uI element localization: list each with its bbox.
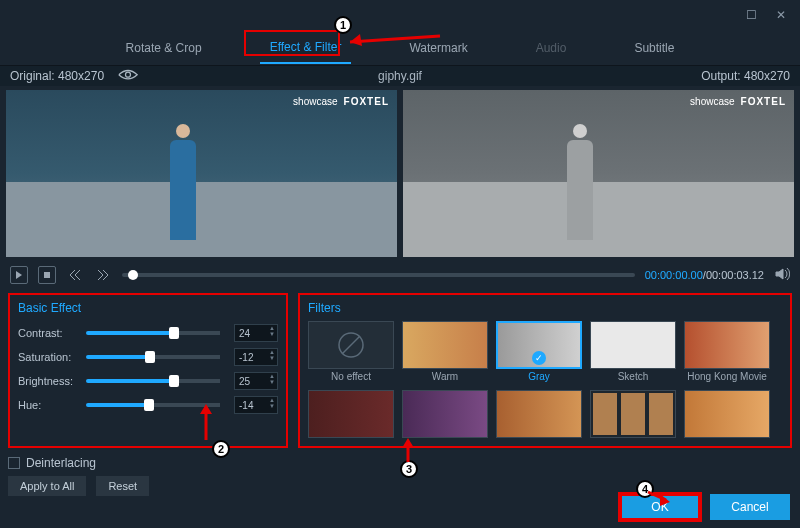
contrast-label: Contrast:: [18, 327, 80, 339]
maximize-button[interactable]: ☐: [744, 8, 758, 22]
apply-to-all-button[interactable]: Apply to All: [8, 476, 86, 496]
deinterlacing-label: Deinterlacing: [26, 456, 96, 470]
reset-button[interactable]: Reset: [96, 476, 149, 496]
filter-gray[interactable]: ✓Gray: [496, 321, 582, 382]
tab-rotate-crop[interactable]: Rotate & Crop: [116, 33, 212, 63]
preview-eye-icon[interactable]: [118, 68, 138, 84]
tab-effect-filter[interactable]: Effect & Filter: [260, 32, 352, 64]
svg-rect-1: [44, 272, 50, 278]
annotation-4: 4: [636, 480, 654, 498]
filter-item-6[interactable]: [308, 390, 394, 440]
time-display: 00:00:00.00/00:00:03.12: [645, 269, 764, 281]
saturation-label: Saturation:: [18, 351, 80, 363]
annotation-3: 3: [400, 460, 418, 478]
ok-button[interactable]: OK: [620, 494, 700, 520]
annotation-1: 1: [334, 16, 352, 34]
filter-warm[interactable]: Warm: [402, 321, 488, 382]
basic-effect-title: Basic Effect: [18, 301, 278, 315]
filters-title: Filters: [308, 301, 782, 315]
brightness-value[interactable]: 25▲▼: [234, 372, 278, 390]
brightness-label: Brightness:: [18, 375, 80, 387]
filter-hong-kong-movie[interactable]: Hong Kong Movie: [684, 321, 770, 382]
output-dimensions: Output: 480x270: [701, 69, 790, 83]
stop-button[interactable]: [38, 266, 56, 284]
original-preview: showcaseFOXTEL: [6, 90, 397, 257]
close-button[interactable]: ✕: [774, 8, 788, 22]
hue-label: Hue:: [18, 399, 80, 411]
basic-effect-panel: Basic Effect Contrast: 24▲▼ Saturation: …: [8, 293, 288, 448]
seek-slider[interactable]: [122, 273, 635, 277]
tab-audio: Audio: [526, 33, 577, 63]
cancel-button[interactable]: Cancel: [710, 494, 790, 520]
output-preview: showcaseFOXTEL: [403, 90, 794, 257]
original-dimensions: Original: 480x270: [10, 69, 104, 83]
volume-icon[interactable]: [774, 266, 790, 285]
titlebar: ☐ ✕: [0, 0, 800, 30]
saturation-slider[interactable]: [86, 355, 220, 359]
annotation-2: 2: [212, 440, 230, 458]
tab-watermark[interactable]: Watermark: [399, 33, 477, 63]
brightness-slider[interactable]: [86, 379, 220, 383]
preview-area: showcaseFOXTEL showcaseFOXTEL: [0, 86, 800, 261]
contrast-value[interactable]: 24▲▼: [234, 324, 278, 342]
filename-label: giphy.gif: [378, 69, 422, 83]
svg-line-3: [342, 336, 360, 354]
filters-panel: Filters No effect Warm ✓Gray Sketch Hong…: [298, 293, 792, 448]
prev-frame-button[interactable]: [66, 266, 84, 284]
tab-subtitle[interactable]: Subtitle: [624, 33, 684, 63]
contrast-slider[interactable]: [86, 331, 220, 335]
next-frame-button[interactable]: [94, 266, 112, 284]
hue-slider[interactable]: [86, 403, 220, 407]
filter-no-effect[interactable]: No effect: [308, 321, 394, 382]
watermark-right: showcaseFOXTEL: [690, 96, 786, 107]
filter-sketch[interactable]: Sketch: [590, 321, 676, 382]
watermark-left: showcaseFOXTEL: [293, 96, 389, 107]
play-button[interactable]: [10, 266, 28, 284]
tab-bar: Rotate & Crop Effect & Filter Watermark …: [0, 30, 800, 66]
filter-item-7[interactable]: [402, 390, 488, 440]
filter-item-10[interactable]: [684, 390, 770, 440]
filter-item-9[interactable]: [590, 390, 676, 440]
filter-item-8[interactable]: [496, 390, 582, 440]
status-bar: Original: 480x270 giphy.gif Output: 480x…: [0, 66, 800, 86]
hue-value[interactable]: -14▲▼: [234, 396, 278, 414]
deinterlacing-checkbox[interactable]: [8, 457, 20, 469]
playbar: 00:00:00.00/00:00:03.12: [0, 261, 800, 289]
svg-point-0: [126, 72, 131, 77]
saturation-value[interactable]: -12▲▼: [234, 348, 278, 366]
